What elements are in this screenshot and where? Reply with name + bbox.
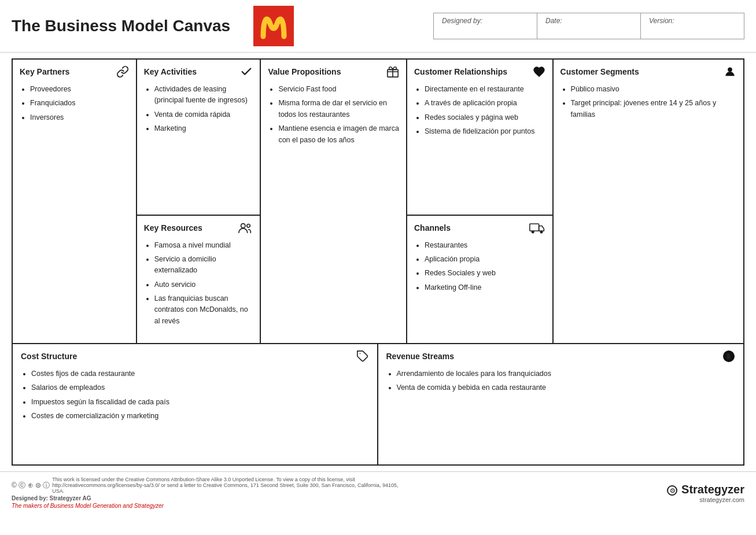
designed-by-field: Designed by:: [434, 13, 537, 39]
strategyzer-logo: ⊙ Strategyzer: [667, 483, 744, 496]
version-field: Version:: [641, 13, 744, 39]
key-partners-title: Key Partners: [20, 65, 129, 78]
svg-text:$: $: [727, 353, 730, 360]
key-resources-section: Key Resources Famosa: [137, 216, 260, 344]
key-partners-list: Proveedores Franquiciados Inversores: [20, 84, 129, 123]
customer-segments-cell: Customer Segments Público masivo Target …: [554, 60, 743, 343]
svg-point-7: [540, 231, 543, 233]
footer-tagline: The makers of Business Model Generation …: [12, 503, 399, 509]
strategyzer-name: Strategyzer: [681, 483, 744, 496]
svg-point-8: [728, 68, 732, 72]
list-item: Costes fijos de cada restaurante: [31, 368, 369, 379]
cost-structure-title: Cost Structure: [21, 350, 369, 363]
date-label: Date:: [545, 17, 632, 25]
list-item: Franquiciados: [30, 98, 129, 109]
list-item: Misma forma de dar el servicio en todos …: [278, 98, 399, 120]
footer-left: © ⓒ ⊕ ⊜ ⓘ This work is licensed under th…: [12, 477, 399, 509]
list-item: Proveedores: [30, 84, 129, 95]
key-activities-title: Key Activities: [144, 65, 253, 78]
customer-relationships-title: Customer Relationships: [414, 65, 545, 78]
page: The Business Model Canvas Designed by: D…: [0, 0, 756, 535]
key-activities-list: Actividades de leasing (principal fuente…: [144, 84, 253, 135]
mcdonalds-logo: [253, 6, 294, 46]
checkmark-icon: [240, 65, 253, 78]
canvas-wrapper: Key Partners Proveedores Franquiciados I…: [0, 53, 756, 471]
customer-relationships-section: Customer Relationships Directamente en e…: [407, 60, 552, 216]
date-field: Date:: [537, 13, 641, 39]
value-propositions-cell: Value Propositions Servic: [261, 60, 407, 343]
list-item: Venta de comida rápida: [154, 109, 253, 120]
revenue-streams-list: Arrendamiento de locales para los franqu…: [386, 368, 736, 394]
heart-icon: [533, 65, 545, 78]
strategyzer-url: strategyzer.com: [667, 496, 744, 503]
date-input[interactable]: [545, 27, 632, 35]
footer-cc-icons: © ⓒ ⊕ ⊜ ⓘ This work is licensed under th…: [12, 477, 399, 494]
list-item: Público masivo: [571, 84, 736, 95]
people-icon: [238, 222, 253, 234]
value-propositions-list: Servicio Fast food Misma forma de dar el…: [268, 84, 399, 146]
list-item: Venta de comida y bebida en cada restaur…: [397, 382, 736, 393]
canvas-border: Key Partners Proveedores Franquiciados I…: [12, 58, 744, 466]
customer-segments-title: Customer Segments: [560, 65, 736, 78]
revenue-streams-cell: Revenue Streams $ Arrendamiento de local…: [378, 344, 744, 464]
cost-structure-list: Costes fijos de cada restaurante Salario…: [21, 368, 369, 422]
dollar-icon: $: [722, 350, 735, 363]
list-item: Inversores: [30, 112, 129, 123]
svg-rect-5: [529, 224, 539, 231]
customer-segments-list: Público masivo Target principal: jóvenes…: [560, 84, 736, 120]
list-item: Redes Sociales y web: [425, 268, 545, 279]
header-fields: Designed by: Date: Version:: [433, 13, 744, 39]
svg-point-6: [532, 231, 534, 233]
list-item: Marketing: [154, 123, 253, 134]
channels-section: Channels Restaurante: [407, 216, 552, 344]
list-item: Mantiene esencia e imagen de marca con e…: [278, 123, 399, 146]
version-input[interactable]: [649, 27, 736, 35]
list-item: Actividades de leasing (principal fuente…: [154, 84, 253, 106]
svg-point-0: [241, 223, 245, 227]
header: The Business Model Canvas Designed by: D…: [0, 0, 756, 53]
gift-icon: [386, 65, 399, 78]
tag-icon: [356, 350, 369, 363]
channels-title: Channels: [414, 222, 545, 234]
footer-brand: Designed by: Strategyzer AG: [12, 495, 399, 501]
svg-point-1: [247, 224, 250, 227]
list-item: Salarios de empleados: [31, 382, 369, 393]
list-item: A través de aplicación propia: [425, 98, 545, 109]
cc-icon: © ⓒ ⊕ ⊜ ⓘ: [12, 481, 50, 490]
list-item: Redes sociales y página web: [425, 112, 545, 123]
key-partners-cell: Key Partners Proveedores Franquiciados I…: [13, 60, 137, 343]
ka-kr-column: Key Activities Actividades de leasing (p…: [137, 60, 261, 343]
list-item: Famosa a nivel mundial: [154, 240, 253, 251]
page-title: The Business Model Canvas: [12, 17, 230, 35]
designed-by-label: Designed by:: [442, 17, 529, 25]
designed-by-input[interactable]: [442, 27, 529, 35]
license-text: This work is licensed under the Creative…: [52, 477, 399, 494]
list-item: Las franquicias buscan contratos con McD…: [154, 293, 253, 327]
canvas-bottom-section: Cost Structure Costes fijos de cada rest…: [13, 343, 743, 464]
key-resources-title: Key Resources: [144, 222, 253, 234]
list-item: Aplicación propia: [425, 254, 545, 265]
version-label: Version:: [649, 17, 736, 25]
key-resources-list: Famosa a nivel mundial Servicio a domici…: [144, 240, 253, 327]
list-item: Target principal: jóvenes entre 14 y 25 …: [571, 98, 736, 120]
cost-structure-cell: Cost Structure Costes fijos de cada rest…: [13, 344, 378, 464]
channels-list: Restaurantes Aplicación propia Redes Soc…: [414, 240, 545, 294]
list-item: Arrendamiento de locales para los franqu…: [397, 368, 736, 379]
list-item: Auto servicio: [154, 279, 253, 290]
list-item: Restaurantes: [425, 240, 545, 251]
truck-icon: [529, 222, 545, 234]
person-icon: [724, 65, 736, 78]
footer: © ⓒ ⊕ ⊜ ⓘ This work is licensed under th…: [0, 471, 756, 514]
canvas-top-section: Key Partners Proveedores Franquiciados I…: [13, 60, 743, 343]
strategyzer-s-icon: ⊙: [667, 485, 677, 496]
cr-ch-column: Customer Relationships Directamente en e…: [407, 60, 554, 343]
list-item: Costes de comercialización y marketing: [31, 411, 369, 422]
list-item: Impuestos según la fiscalidad de cada pa…: [31, 397, 369, 408]
list-item: Marketing Off-line: [425, 282, 545, 293]
list-item: Sistema de fidelización por puntos: [425, 126, 545, 137]
link-icon: [116, 65, 129, 78]
key-activities-section: Key Activities Actividades de leasing (p…: [137, 60, 260, 216]
footer-right: ⊙ Strategyzer strategyzer.com: [667, 483, 744, 503]
revenue-streams-title: Revenue Streams $: [386, 350, 736, 363]
customer-relationships-list: Directamente en el restaurante A través …: [414, 84, 545, 138]
